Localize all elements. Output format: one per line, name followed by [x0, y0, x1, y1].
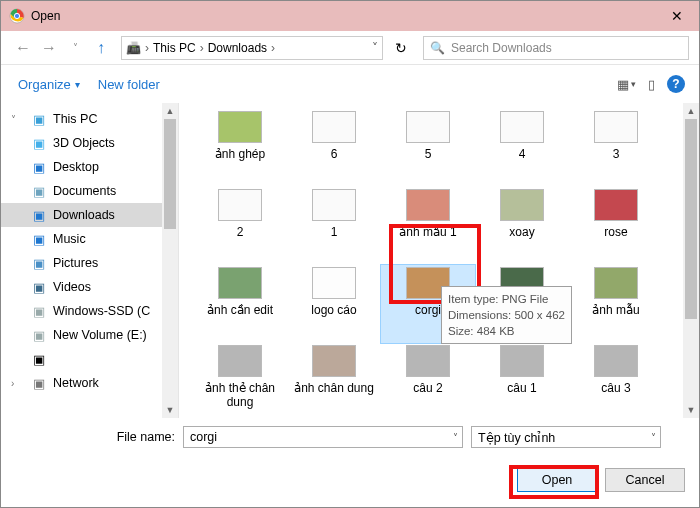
file-label: 3 — [613, 147, 620, 161]
cancel-button[interactable]: Cancel — [605, 468, 685, 492]
folder-icon: ▣ — [31, 279, 47, 295]
tree-item-music[interactable]: ▣Music — [1, 227, 178, 251]
folder-icon: ▣ — [31, 327, 47, 343]
file-item[interactable]: 5 — [381, 109, 475, 187]
scroll-thumb[interactable] — [164, 119, 176, 229]
file-item[interactable]: câu 1 — [475, 343, 569, 418]
tree-chevron-icon: › — [11, 378, 14, 389]
close-button[interactable]: ✕ — [654, 1, 699, 31]
refresh-button[interactable]: ↻ — [387, 36, 415, 60]
newfolder-button[interactable]: New folder — [98, 77, 160, 92]
file-label: 2 — [237, 225, 244, 239]
nav-forward-button[interactable]: → — [37, 36, 61, 60]
tree-item-label: Downloads — [53, 208, 115, 222]
file-item[interactable]: rose — [569, 187, 663, 265]
breadcrumb-root[interactable]: This PC — [153, 41, 196, 55]
preview-pane-button[interactable]: ▯ — [648, 77, 655, 92]
file-item[interactable]: ảnh mẫu 1 — [381, 187, 475, 265]
scroll-up-icon[interactable]: ▲ — [162, 103, 178, 119]
tree-item-videos[interactable]: ▣Videos — [1, 275, 178, 299]
scroll-down-icon[interactable]: ▼ — [162, 402, 178, 418]
footer: File name: corgi ˅ Tệp tùy chỉnh ˅ Open … — [1, 418, 699, 492]
tree-item-documents[interactable]: ▣Documents — [1, 179, 178, 203]
nav-back-button[interactable]: ← — [11, 36, 35, 60]
tree-item-label: Network — [53, 376, 99, 390]
file-item[interactable]: 3 — [569, 109, 663, 187]
file-item[interactable]: ảnh cần edit — [193, 265, 287, 343]
folder-icon: ▣ — [31, 207, 47, 223]
folder-icon: ▣ — [31, 255, 47, 271]
window-title: Open — [31, 9, 60, 23]
file-item[interactable]: câu 2 — [381, 343, 475, 418]
nav-recent-dropdown[interactable]: ˅ — [63, 36, 87, 60]
file-item[interactable]: ảnh mẫu — [569, 265, 663, 343]
file-item[interactable]: 1 — [287, 187, 381, 265]
file-item[interactable]: 4 — [475, 109, 569, 187]
filename-input[interactable]: corgi ˅ — [183, 426, 463, 448]
folder-icon: ▣ — [31, 111, 47, 127]
tree-item-this-pc[interactable]: ˅▣This PC — [1, 107, 178, 131]
file-thumbnail — [406, 189, 450, 221]
search-input[interactable]: 🔍 Search Downloads — [423, 36, 689, 60]
file-label: 6 — [331, 147, 338, 161]
file-thumbnail — [312, 111, 356, 143]
file-item[interactable]: ảnh chân dung — [287, 343, 381, 418]
file-thumbnail — [218, 267, 262, 299]
file-item[interactable]: logo cáo — [287, 265, 381, 343]
tree-item-downloads[interactable]: ▣Downloads — [1, 203, 178, 227]
file-item[interactable]: 6 — [287, 109, 381, 187]
folder-icon: ▣ — [31, 231, 47, 247]
scroll-down-icon[interactable]: ▼ — [683, 402, 699, 418]
files-scrollbar[interactable]: ▲ ▼ — [683, 103, 699, 418]
help-button[interactable]: ? — [667, 75, 685, 93]
file-item[interactable]: ảnh thẻ chân dung — [193, 343, 287, 418]
breadcrumb-dropdown[interactable]: ˅ — [372, 41, 378, 55]
file-label: câu 3 — [601, 381, 630, 395]
tooltip-size: Size: 484 KB — [448, 323, 565, 339]
tree-item-windows-ssd-c[interactable]: ▣Windows-SSD (C — [1, 299, 178, 323]
tooltip-type: Item type: PNG File — [448, 291, 565, 307]
file-item[interactable]: ảnh ghép — [193, 109, 287, 187]
file-thumbnail — [218, 345, 262, 377]
file-label: 5 — [425, 147, 432, 161]
tree-item-desktop[interactable]: ▣Desktop — [1, 155, 178, 179]
file-item[interactable]: 2 — [193, 187, 287, 265]
breadcrumb-folder[interactable]: Downloads — [208, 41, 267, 55]
folder-icon: ▣ — [31, 303, 47, 319]
chevron-down-icon[interactable]: ˅ — [651, 432, 656, 443]
tree-item-network[interactable]: ›▣Network — [1, 371, 178, 395]
open-dialog: Open ✕ ← → ˅ ↑ 📠 › This PC › Downloads ›… — [0, 0, 700, 508]
scroll-thumb[interactable] — [685, 119, 697, 319]
file-label: xoay — [509, 225, 534, 239]
chevron-right-icon: › — [145, 41, 149, 55]
file-label: ảnh ghép — [215, 147, 265, 161]
tree-item-pictures[interactable]: ▣Pictures — [1, 251, 178, 275]
file-thumbnail — [218, 111, 262, 143]
chevron-right-icon: › — [200, 41, 204, 55]
tree-item-label: Pictures — [53, 256, 98, 270]
tree-item-blank[interactable]: ▣ — [1, 347, 178, 371]
breadcrumb[interactable]: 📠 › This PC › Downloads › ˅ — [121, 36, 383, 60]
folder-icon: ▣ — [31, 183, 47, 199]
file-label: ảnh mẫu 1 — [399, 225, 456, 239]
chevron-right-icon: › — [271, 41, 275, 55]
file-label: ảnh cần edit — [207, 303, 273, 317]
open-button[interactable]: Open — [517, 468, 597, 492]
tooltip-dimensions: Dimensions: 500 x 462 — [448, 307, 565, 323]
sidebar-scrollbar[interactable]: ▲ ▼ — [162, 103, 178, 418]
file-thumbnail — [594, 267, 638, 299]
tree-item-new-volume-e-[interactable]: ▣New Volume (E:) — [1, 323, 178, 347]
scroll-up-icon[interactable]: ▲ — [683, 103, 699, 119]
file-thumbnail — [594, 345, 638, 377]
view-mode-button[interactable]: ▦▾ — [617, 77, 636, 92]
organize-button[interactable]: Organize ▾ — [18, 77, 80, 92]
chevron-down-icon[interactable]: ˅ — [453, 432, 458, 443]
file-thumbnail — [312, 267, 356, 299]
tree-item-3d-objects[interactable]: ▣3D Objects — [1, 131, 178, 155]
filetype-select[interactable]: Tệp tùy chỉnh ˅ — [471, 426, 661, 448]
search-placeholder: Search Downloads — [451, 41, 552, 55]
nav-up-button[interactable]: ↑ — [89, 36, 113, 60]
file-item[interactable]: xoay — [475, 187, 569, 265]
file-item[interactable]: câu 3 — [569, 343, 663, 418]
file-label: 4 — [519, 147, 526, 161]
